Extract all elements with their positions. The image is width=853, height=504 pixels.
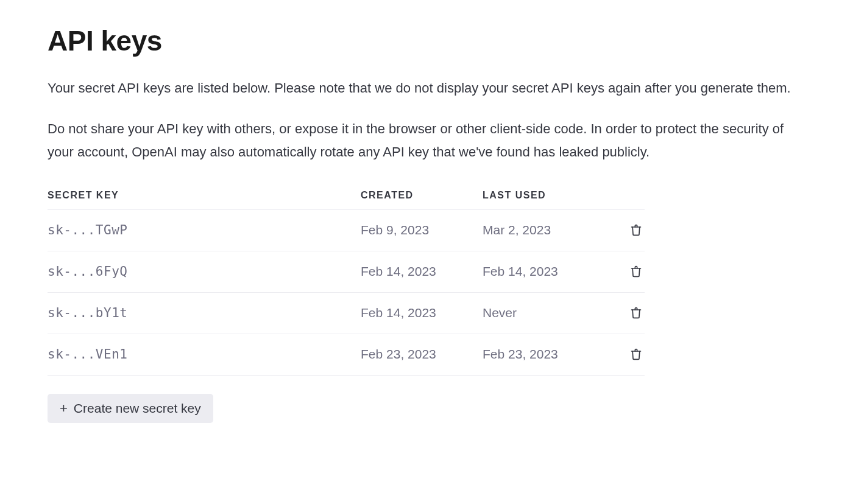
trash-icon: [630, 229, 642, 239]
plus-icon: +: [60, 402, 68, 415]
trash-icon: [630, 312, 642, 321]
cell-secret-key: sk-...TGwP: [48, 209, 361, 251]
description-paragraph-1: Your secret API keys are listed below. P…: [48, 77, 805, 100]
cell-created: Feb 14, 2023: [361, 292, 483, 334]
cell-secret-key: sk-...6FyQ: [48, 251, 361, 292]
delete-key-button[interactable]: [628, 262, 645, 281]
cell-last-used: Never: [483, 292, 614, 334]
api-keys-page: API keys Your secret API keys are listed…: [0, 0, 853, 460]
cell-secret-key: sk-...bY1t: [48, 292, 361, 334]
table-header-row: SECRET KEY CREATED LAST USED: [48, 181, 645, 210]
cell-actions: [614, 209, 645, 251]
delete-key-button[interactable]: [628, 221, 645, 239]
page-title: API keys: [48, 24, 805, 57]
table-row: sk-...6FyQFeb 14, 2023Feb 14, 2023: [48, 251, 645, 292]
header-actions: [614, 181, 645, 210]
header-created: CREATED: [361, 181, 483, 210]
api-keys-table: SECRET KEY CREATED LAST USED sk-...TGwPF…: [48, 181, 645, 376]
cell-created: Feb 9, 2023: [361, 209, 483, 251]
table-row: sk-...VEn1Feb 23, 2023Feb 23, 2023: [48, 334, 645, 375]
cell-actions: [614, 251, 645, 292]
header-last-used: LAST USED: [483, 181, 614, 210]
cell-secret-key: sk-...VEn1: [48, 334, 361, 375]
cell-actions: [614, 334, 645, 375]
delete-key-button[interactable]: [628, 345, 645, 363]
cell-created: Feb 14, 2023: [361, 251, 483, 292]
description-paragraph-2: Do not share your API key with others, o…: [48, 117, 805, 164]
create-button-label: Create new secret key: [74, 401, 201, 416]
cell-actions: [614, 292, 645, 334]
cell-last-used: Feb 14, 2023: [483, 251, 614, 292]
trash-icon: [630, 271, 642, 280]
cell-last-used: Feb 23, 2023: [483, 334, 614, 375]
table-row: sk-...TGwPFeb 9, 2023Mar 2, 2023: [48, 209, 645, 251]
cell-last-used: Mar 2, 2023: [483, 209, 614, 251]
header-secret-key: SECRET KEY: [48, 181, 361, 210]
cell-created: Feb 23, 2023: [361, 334, 483, 375]
trash-icon: [630, 354, 642, 363]
delete-key-button[interactable]: [628, 304, 645, 322]
create-secret-key-button[interactable]: + Create new secret key: [48, 394, 213, 423]
table-row: sk-...bY1tFeb 14, 2023Never: [48, 292, 645, 334]
